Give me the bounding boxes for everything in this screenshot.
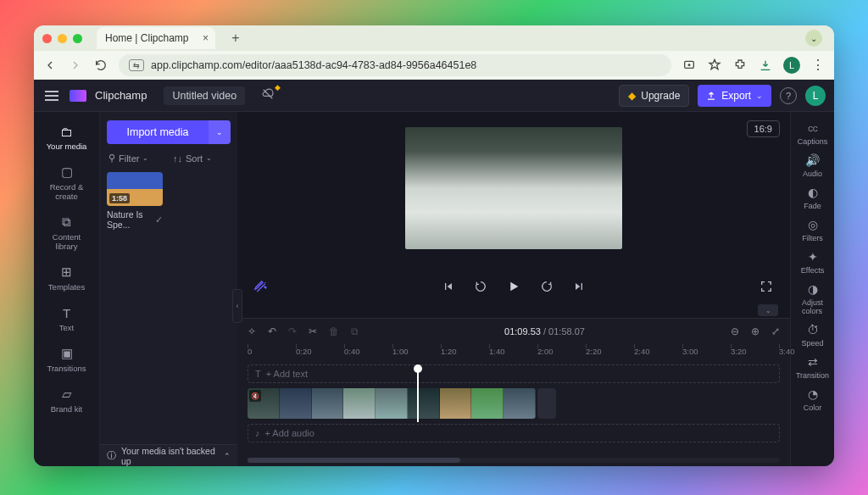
rail-your-media[interactable]: 🗀Your media bbox=[37, 119, 97, 156]
downloads-icon[interactable] bbox=[758, 58, 773, 73]
browser-dropdown-icon[interactable]: ⌄ bbox=[805, 30, 822, 47]
playhead[interactable] bbox=[417, 370, 419, 422]
split-button[interactable]: ✂ bbox=[309, 325, 317, 337]
media-icon: 🗀 bbox=[60, 124, 73, 139]
upgrade-button[interactable]: ◆ Upgrade bbox=[619, 85, 689, 107]
undo-button[interactable]: ↶ bbox=[268, 325, 276, 337]
redo-button[interactable]: ↷ bbox=[288, 325, 297, 337]
magic-select-icon[interactable]: ✧ bbox=[248, 325, 256, 337]
menu-button[interactable] bbox=[42, 91, 61, 101]
zoom-fit-button[interactable]: ⤢ bbox=[771, 325, 780, 337]
rail-content-library[interactable]: ⧉Content library bbox=[37, 209, 97, 256]
transitions-icon: ▣ bbox=[61, 346, 73, 361]
skip-end-button[interactable] bbox=[572, 280, 586, 296]
back-button[interactable] bbox=[42, 58, 58, 73]
help-button[interactable]: ? bbox=[780, 87, 797, 104]
clip-thumbnail: 1:58 bbox=[107, 172, 163, 206]
filter-button[interactable]: ⚲Filter⌄ bbox=[108, 153, 164, 164]
effects-icon: ✦ bbox=[808, 249, 818, 264]
video-title-input[interactable]: Untitled video bbox=[164, 86, 245, 105]
rrail-color[interactable]: ◔Color bbox=[793, 387, 832, 412]
rrail-transition[interactable]: ⇄Transition bbox=[793, 354, 832, 380]
ai-button[interactable] bbox=[254, 280, 268, 296]
forward-button[interactable] bbox=[540, 280, 554, 296]
sort-button[interactable]: ↑↓Sort⌄ bbox=[173, 153, 229, 164]
speaker-icon: 🔊 bbox=[805, 153, 820, 168]
aspect-ratio-button[interactable]: 16:9 bbox=[747, 120, 780, 137]
rrail-speed[interactable]: ⏱Speed bbox=[793, 322, 832, 348]
forward-button[interactable] bbox=[68, 58, 83, 73]
ruler-tick: 1:20 bbox=[441, 347, 457, 356]
rrail-fade[interactable]: ◐Fade bbox=[793, 185, 832, 210]
ruler-tick: 0:40 bbox=[344, 347, 360, 356]
rewind-button[interactable] bbox=[474, 280, 487, 296]
text-icon: T bbox=[63, 305, 70, 320]
ruler-tick: 2:20 bbox=[586, 347, 602, 356]
import-dropdown[interactable]: ⌄ bbox=[209, 120, 231, 144]
duplicate-button[interactable]: ⧉ bbox=[351, 325, 359, 337]
clip-name: Nature Is Spe... bbox=[107, 209, 155, 230]
mute-icon[interactable]: 🔇 bbox=[249, 390, 261, 402]
text-icon: T bbox=[255, 369, 261, 379]
text-track[interactable]: T + Add text bbox=[248, 364, 780, 383]
zoom-in-button[interactable]: ⊕ bbox=[751, 325, 760, 337]
video-track[interactable]: 🔇 bbox=[248, 388, 780, 419]
templates-icon: ⊞ bbox=[61, 264, 72, 280]
video-preview[interactable] bbox=[405, 127, 622, 249]
delete-button[interactable]: 🗑 bbox=[329, 325, 339, 337]
rrail-adjust-colors[interactable]: ◑Adjust colors bbox=[793, 281, 832, 315]
window-close-dot[interactable] bbox=[42, 34, 52, 43]
empty-clip[interactable] bbox=[537, 388, 556, 419]
time-ruler[interactable]: 00:200:401:001:201:402:002:202:403:003:2… bbox=[237, 344, 790, 361]
info-icon: ⓘ bbox=[107, 450, 116, 462]
profile-avatar[interactable]: L bbox=[783, 57, 800, 74]
ruler-tick: 3:00 bbox=[682, 347, 698, 356]
rrail-effects[interactable]: ✦Effects bbox=[793, 249, 832, 275]
window-max-dot[interactable] bbox=[73, 34, 82, 43]
audio-track[interactable]: ♪ + Add audio bbox=[248, 424, 780, 442]
rrail-captions[interactable]: ㏄Captions bbox=[793, 120, 832, 146]
rail-record[interactable]: ▢Record & create bbox=[37, 159, 97, 206]
user-avatar[interactable]: L bbox=[805, 86, 826, 106]
browser-menu-icon[interactable]: ⋮ bbox=[810, 58, 826, 73]
speed-icon: ⏱ bbox=[807, 322, 819, 337]
address-bar: ⇆ app.clipchamp.com/editor/aaa5138d-ac94… bbox=[34, 51, 834, 80]
play-button[interactable] bbox=[506, 279, 521, 297]
site-info-icon[interactable]: ⇆ bbox=[129, 59, 144, 71]
preview-area: 16:9 ⌄ ✧ ↶ ↷ ✂ bbox=[237, 112, 790, 466]
rrail-filters[interactable]: ◎Filters bbox=[793, 217, 832, 242]
clipchamp-app: Clipchamp Untitled video ◆ ◆ Upgrade Exp… bbox=[34, 80, 834, 466]
reload-button[interactable] bbox=[93, 58, 108, 73]
extensions-icon[interactable] bbox=[732, 58, 748, 73]
rail-transitions[interactable]: ▣Transitions bbox=[37, 341, 97, 378]
bookmark-icon[interactable] bbox=[707, 58, 722, 73]
export-button[interactable]: Export ⌄ bbox=[698, 85, 771, 107]
sort-icon: ↑↓ bbox=[173, 153, 182, 164]
rail-brand-kit[interactable]: ▱Brand kit bbox=[37, 381, 97, 419]
rrail-audio[interactable]: 🔊Audio bbox=[793, 153, 832, 178]
brand-icon: ▱ bbox=[62, 387, 72, 402]
fullscreen-button[interactable] bbox=[760, 280, 773, 296]
media-clip[interactable]: 1:58 Nature Is Spe...✓ bbox=[107, 172, 163, 230]
window-min-dot[interactable] bbox=[58, 34, 67, 43]
browser-tab[interactable]: Home | Clipchamp × bbox=[97, 27, 215, 49]
rail-templates[interactable]: ⊞Templates bbox=[37, 259, 97, 297]
collapse-timeline-button[interactable]: ⌄ bbox=[758, 304, 778, 316]
url-input[interactable]: ⇆ app.clipchamp.com/editor/aaa5138d-ac94… bbox=[119, 54, 671, 76]
backup-notice[interactable]: ⓘ Your media isn't backed up ⌃ bbox=[100, 444, 237, 466]
zoom-out-button[interactable]: ⊖ bbox=[731, 325, 739, 337]
video-clip[interactable]: 🔇 bbox=[248, 388, 536, 419]
timeline: ✧ ↶ ↷ ✂ 🗑 ⧉ 01:09.53 / 01:58.07 ⊖ ⊕ ⤢ 00… bbox=[237, 318, 790, 466]
premium-diamond-icon: ◆ bbox=[275, 83, 281, 92]
chevron-up-icon: ⌃ bbox=[224, 452, 231, 460]
tab-close-icon[interactable]: × bbox=[203, 32, 209, 44]
timeline-scrollbar[interactable] bbox=[248, 458, 780, 463]
skip-start-button[interactable] bbox=[442, 280, 455, 296]
media-panel: Import media ⌄ ⚲Filter⌄ ↑↓Sort⌄ 1:58 Nat… bbox=[100, 112, 237, 466]
install-app-icon[interactable] bbox=[682, 58, 697, 73]
import-media-button[interactable]: Import media ⌄ bbox=[107, 120, 231, 144]
brand-label: Clipchamp bbox=[95, 89, 147, 102]
sync-status-icon[interactable]: ◆ bbox=[260, 88, 275, 103]
new-tab-button[interactable]: + bbox=[226, 29, 245, 47]
rail-text[interactable]: TText bbox=[37, 300, 97, 337]
